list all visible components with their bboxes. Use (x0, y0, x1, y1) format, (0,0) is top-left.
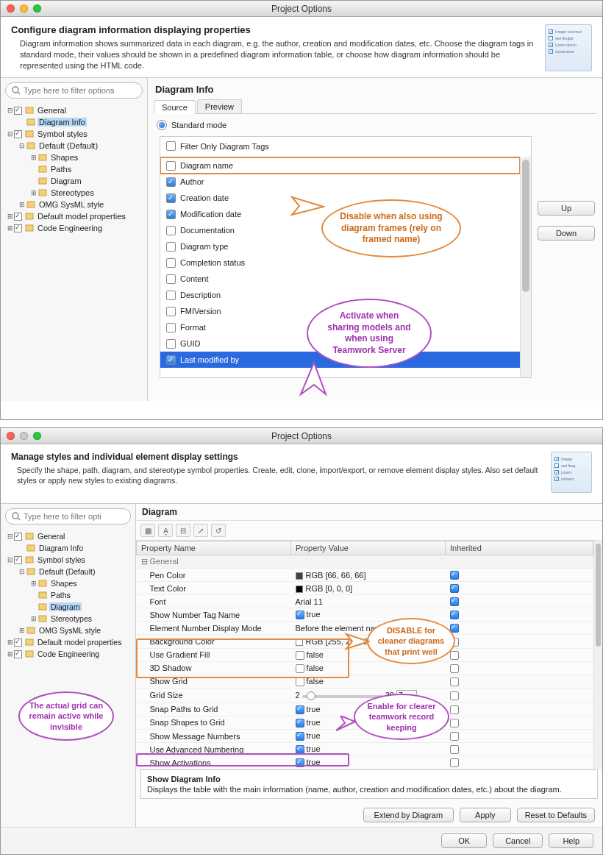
col-name[interactable]: Property Name (137, 541, 291, 555)
svg-rect-7 (39, 166, 46, 172)
radio-standard-mode[interactable] (157, 120, 167, 130)
down-button[interactable]: Down (538, 226, 595, 241)
tree-node[interactable]: ⊟Symbol styles (4, 128, 147, 140)
svg-rect-19 (39, 580, 46, 586)
tree-node[interactable]: ⊟Default (Default) (4, 140, 147, 152)
tree-node[interactable]: ⊞OMG SysML style (4, 625, 135, 636)
nav-tree[interactable]: ⊟GeneralDiagram Info⊟Symbol styles⊟Defau… (1, 103, 147, 238)
svg-line-1 (18, 92, 20, 94)
col-value[interactable]: Property Value (291, 541, 446, 555)
radio-label: Standard mode (171, 121, 226, 129)
cancel-button[interactable]: Cancel (493, 833, 543, 848)
tool-alphabetical-icon[interactable]: A͓ (158, 524, 173, 537)
tree-node[interactable]: ⊞Shapes (4, 577, 135, 589)
list-item[interactable]: ✓Author (160, 174, 520, 190)
sidebar: ⊟GeneralDiagram Info⊟Symbol styles⊟Defau… (1, 78, 148, 401)
tree-node[interactable]: Paths (4, 589, 135, 601)
table-row[interactable]: Text ColorRGB [0, 0, 0] (137, 582, 593, 595)
table-row[interactable]: Show Activations true (137, 756, 593, 769)
scrollbar[interactable] (520, 157, 531, 377)
tree-node[interactable]: ⊞OMG SysML style (4, 199, 147, 210)
table-row[interactable]: Pen ColorRGB [66, 66, 66] (137, 569, 593, 582)
tree-node[interactable]: ⊞Stereotypes (4, 187, 147, 199)
page-description: Diagram information shows summarized dat… (11, 38, 538, 71)
svg-rect-11 (26, 213, 33, 219)
tree-node[interactable]: ⊟Default (Default) (4, 566, 135, 577)
svg-rect-9 (39, 190, 46, 196)
svg-rect-8 (39, 178, 46, 184)
tree-node[interactable]: ⊞Shapes (4, 152, 147, 163)
reset-defaults-button[interactable]: Reset to Defaults (517, 808, 595, 822)
tree-node[interactable]: ⊟General (4, 104, 147, 116)
page-title: Configure diagram information displaying… (11, 24, 538, 35)
svg-rect-21 (39, 604, 46, 610)
search-input[interactable] (5, 82, 143, 99)
titlebar[interactable]: Project Options (1, 1, 602, 17)
titlebar[interactable]: Project Options (1, 428, 602, 444)
search-field[interactable] (24, 86, 136, 95)
sidebar: ⊟GeneralDiagram Info⊟Symbol styles⊟Defau… (1, 504, 136, 827)
svg-point-13 (13, 513, 18, 519)
callout-grid-invisible: The actual grid can remain active while … (18, 691, 114, 741)
tool-reset-icon[interactable]: ↺ (211, 524, 226, 537)
list-item[interactable]: Diagram name (160, 157, 520, 174)
callout-activate-sharing: Activate when sharing models and when us… (307, 299, 432, 368)
tab-source[interactable]: Source (154, 100, 196, 114)
tree-node[interactable]: Diagram (4, 175, 147, 187)
tree-node[interactable]: ⊟Symbol styles (4, 554, 135, 566)
svg-rect-16 (27, 545, 35, 551)
filter-diagram-tags-checkbox[interactable]: Filter Only Diagram Tags (166, 141, 269, 151)
table-row[interactable]: Show Number Tag Name true (137, 608, 593, 622)
description-box: Show Diagram Info Displays the table wit… (140, 769, 598, 799)
tree-node[interactable]: ⊞Code Engineering (4, 648, 135, 660)
desc-body: Displays the table with the main informa… (147, 785, 562, 794)
help-button[interactable]: Help (549, 833, 593, 848)
svg-rect-25 (26, 651, 33, 657)
desc-title: Show Diagram Info (147, 775, 591, 783)
search-icon (12, 512, 21, 521)
tool-collapse-icon[interactable]: ⤢ (193, 524, 208, 537)
search-input[interactable] (5, 508, 131, 524)
toolbar: ▦ A͓ ⊟ ⤢ ↺ (136, 521, 602, 541)
nav-tree[interactable]: ⊟GeneralDiagram Info⊟Symbol styles⊟Defau… (1, 529, 135, 664)
tree-node[interactable]: ⊟General (4, 530, 135, 542)
ok-button[interactable]: OK (441, 833, 487, 848)
scrollbar[interactable] (593, 541, 602, 769)
table-row[interactable]: 3D Shadow false (137, 661, 593, 675)
tree-node[interactable]: ⊞Default model properties (4, 210, 147, 222)
thumbnail-icon: Integer sed feug Lorem consect (551, 452, 592, 493)
svg-rect-17 (26, 557, 33, 563)
svg-rect-23 (27, 627, 35, 633)
search-field[interactable] (24, 512, 125, 521)
apply-button[interactable]: Apply (460, 808, 511, 822)
tree-node[interactable]: Diagram (4, 601, 135, 613)
tree-node[interactable]: Diagram Info (4, 116, 147, 128)
tab-preview[interactable]: Preview (197, 99, 242, 113)
svg-rect-12 (26, 225, 33, 231)
col-inherited[interactable]: Inherited (446, 541, 593, 555)
svg-rect-24 (26, 639, 33, 645)
window-title: Project Options (1, 431, 602, 441)
list-item[interactable]: Content (160, 271, 520, 287)
window-title: Project Options (1, 4, 602, 14)
table-row[interactable]: Show Grid false (137, 675, 593, 688)
svg-rect-20 (39, 592, 46, 598)
up-button[interactable]: Up (538, 201, 595, 216)
tool-categorized-icon[interactable]: ▦ (140, 524, 155, 537)
callout-disable-diagram-name: Disable when also using diagram frames (… (321, 199, 461, 257)
tree-node[interactable]: ⊞Stereotypes (4, 613, 135, 625)
tool-expand-icon[interactable]: ⊟ (176, 524, 190, 537)
tree-node[interactable]: ⊞Default model properties (4, 636, 135, 648)
project-options-window-2: Project Options Manage styles and indivi… (0, 427, 603, 855)
svg-line-14 (18, 518, 20, 520)
svg-rect-10 (27, 202, 35, 207)
tree-node[interactable]: Diagram Info (4, 542, 135, 554)
tree-node[interactable]: ⊞Code Engineering (4, 222, 147, 234)
table-row[interactable]: Use Advanced Numbering true (137, 743, 593, 756)
table-row[interactable]: FontArial 11 (137, 595, 593, 608)
extend-by-diagram-button[interactable]: Extend by Diagram (363, 808, 454, 822)
panel-title: Diagram Info (148, 78, 602, 99)
tree-node[interactable]: Paths (4, 163, 147, 175)
project-options-window-1: Project Options Configure diagram inform… (0, 0, 603, 420)
filter-label: Filter Only Diagram Tags (180, 142, 269, 151)
